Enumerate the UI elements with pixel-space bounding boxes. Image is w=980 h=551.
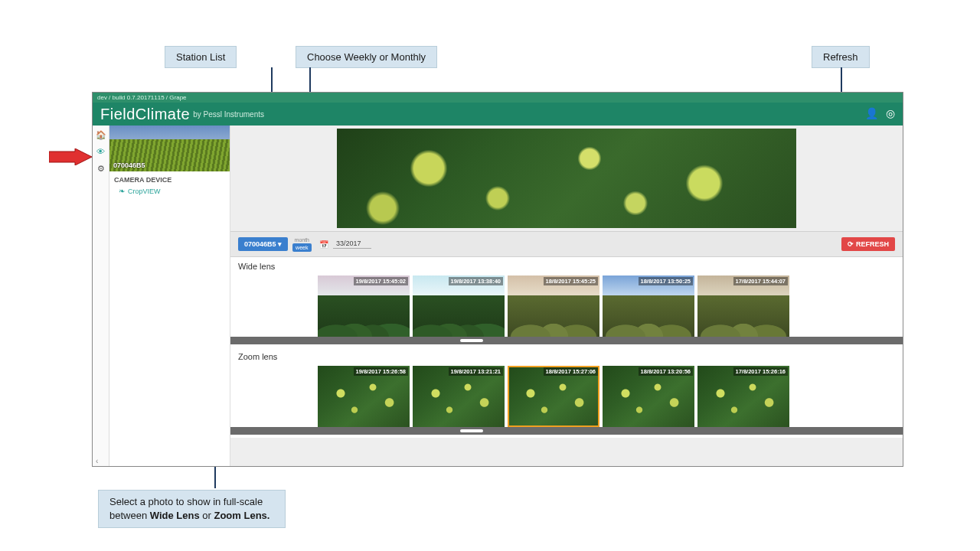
home-icon[interactable]: 🏠	[95, 129, 107, 141]
wide-scrollbar[interactable]	[230, 337, 903, 344]
annotation-station-list: Station List	[165, 46, 237, 68]
thumb-timestamp: 18/8/2017 15:27:06	[544, 367, 598, 376]
annotation-select-photo: Select a photo to show in full-scale bet…	[98, 490, 286, 528]
toggle-month[interactable]: month	[292, 236, 312, 243]
refresh-button[interactable]: ⟳ REFRESH	[841, 237, 895, 251]
annotation-choose-period: Choose Weekly or Monthly	[296, 46, 437, 68]
main-content: 070046B5▾ month week 📅 33/2017 ⟳ REFRESH…	[230, 126, 903, 467]
thumb-timestamp: 18/8/2017 15:45:25	[544, 277, 598, 285]
red-arrow-indicator	[49, 148, 92, 165]
section-title-wide: Wide lens	[230, 257, 903, 276]
thumb-timestamp: 18/8/2017 13:20:56	[639, 367, 693, 376]
station-id-label: 070046B5	[113, 161, 145, 169]
sidebar-section-title: CAMERA DEVICE	[114, 176, 225, 184]
logo-text: FieldClimate	[100, 106, 190, 123]
sidebar: 070046B5 CAMERA DEVICE ❧ CropVIEW	[109, 126, 230, 467]
eye-icon[interactable]: 👁	[95, 145, 107, 158]
toggle-week[interactable]: week	[292, 243, 312, 252]
thumb-timestamp: 19/8/2017 13:21:21	[449, 367, 503, 376]
gear-icon[interactable]: ⚙	[95, 162, 107, 174]
logo-subtitle: by Pessl Instruments	[193, 110, 264, 119]
svg-marker-0	[49, 148, 92, 165]
hero-image	[337, 129, 796, 228]
header-bar: FieldClimate by Pessl Instruments 👤 ◎	[93, 103, 903, 126]
wide-thumb[interactable]: 18/8/2017 13:50:25	[603, 276, 694, 337]
toolbar: 070046B5▾ month week 📅 33/2017 ⟳ REFRESH	[230, 231, 903, 257]
zoom-scrollbar[interactable]	[230, 427, 903, 435]
user-icon[interactable]: 👤	[865, 107, 878, 119]
wide-thumb[interactable]: 19/8/2017 13:38:40	[413, 276, 505, 337]
thumb-timestamp: 17/8/2017 15:26:16	[733, 367, 788, 376]
leaf-icon: ❧	[119, 187, 125, 195]
zoom-thumb[interactable]: 19/8/2017 13:21:21	[413, 366, 505, 427]
thumb-timestamp: 19/8/2017 15:26:58	[354, 367, 408, 376]
wide-thumb[interactable]: 18/8/2017 15:45:25	[508, 276, 599, 337]
zoom-thumb[interactable]: 18/8/2017 13:20:56	[603, 366, 694, 427]
zoom-thumb[interactable]: 19/8/2017 15:26:58	[318, 366, 410, 427]
zoom-lens-strip: 19/8/2017 15:26:5819/8/2017 13:21:2118/8…	[230, 366, 903, 427]
chevron-down-icon: ▾	[278, 240, 282, 248]
thumb-timestamp: 18/8/2017 13:50:25	[639, 277, 693, 285]
station-thumbnail[interactable]: 070046B5	[109, 126, 230, 171]
thumb-timestamp: 19/8/2017 15:45:02	[354, 277, 408, 285]
calendar-icon[interactable]: 📅	[319, 240, 328, 249]
zoom-thumb[interactable]: 18/8/2017 15:27:06	[508, 366, 599, 427]
station-dropdown[interactable]: 070046B5▾	[238, 237, 288, 251]
app-window: dev / build 0.7.20171115 / Grape FieldCl…	[92, 92, 903, 467]
thumb-timestamp: 17/8/2017 15:44:07	[733, 277, 788, 285]
left-nav: 🏠 👁 ⚙ ‹	[93, 126, 109, 467]
wide-thumb[interactable]: 19/8/2017 15:45:02	[318, 276, 410, 337]
refresh-icon: ⟳	[848, 240, 854, 248]
broadcast-icon[interactable]: ◎	[886, 107, 895, 119]
section-title-zoom: Zoom lens	[230, 347, 903, 366]
wide-thumb[interactable]: 17/8/2017 15:44:07	[697, 276, 789, 337]
wide-lens-strip: 19/8/2017 15:45:0219/8/2017 13:38:4018/8…	[230, 276, 903, 337]
sidebar-item-label: CropVIEW	[128, 187, 161, 195]
thumb-timestamp: 19/8/2017 13:38:40	[449, 277, 503, 285]
annotation-refresh: Refresh	[812, 46, 870, 68]
collapse-sidebar-button[interactable]: ‹	[96, 457, 98, 465]
week-value-input[interactable]: 33/2017	[333, 240, 371, 249]
period-toggle[interactable]: month week	[292, 236, 312, 252]
breadcrumb: dev / build 0.7.20171115 / Grape	[93, 93, 903, 103]
zoom-thumb[interactable]: 17/8/2017 15:26:16	[697, 366, 789, 427]
sidebar-item-cropview[interactable]: ❧ CropVIEW	[114, 187, 225, 195]
